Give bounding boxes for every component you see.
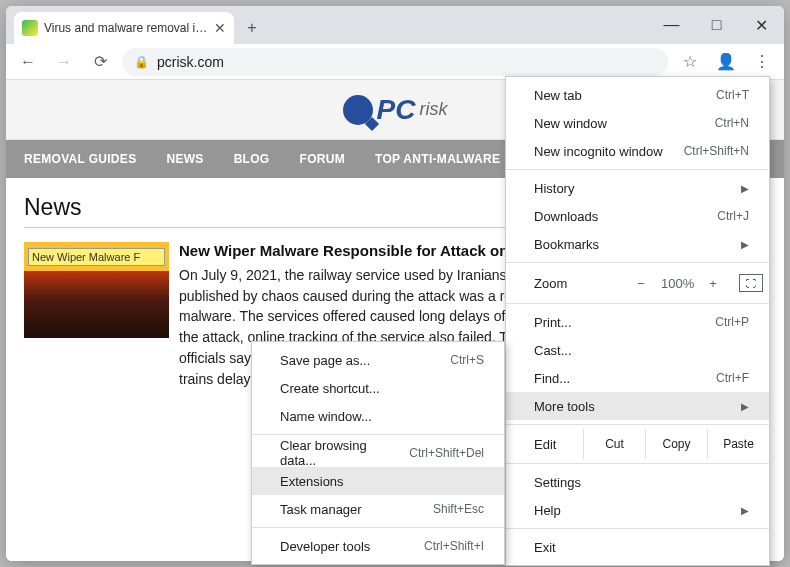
toolbar: ← → ⟳ 🔒 pcrisk.com ☆ 👤 ⋮ bbox=[6, 44, 784, 80]
zoom-out-button[interactable]: − bbox=[625, 276, 657, 291]
nav-removal-guides[interactable]: REMOVAL GUIDES bbox=[24, 152, 136, 166]
zoom-percent: 100% bbox=[661, 276, 693, 291]
menu-settings[interactable]: Settings bbox=[506, 468, 769, 496]
chrome-main-menu: New tabCtrl+T New windowCtrl+N New incog… bbox=[505, 76, 770, 566]
submenu-extensions[interactable]: Extensions bbox=[252, 467, 504, 495]
menu-bookmarks[interactable]: Bookmarks▶ bbox=[506, 230, 769, 258]
nav-forum[interactable]: FORUM bbox=[300, 152, 346, 166]
chevron-right-icon: ▶ bbox=[741, 401, 749, 412]
zoom-label: Zoom bbox=[534, 276, 621, 291]
submenu-name-window[interactable]: Name window... bbox=[252, 402, 504, 430]
cut-button[interactable]: Cut bbox=[583, 429, 645, 459]
lock-icon: 🔒 bbox=[134, 55, 149, 69]
menu-separator bbox=[252, 527, 504, 528]
chevron-right-icon: ▶ bbox=[741, 183, 749, 194]
menu-new-tab[interactable]: New tabCtrl+T bbox=[506, 81, 769, 109]
menu-find[interactable]: Find...Ctrl+F bbox=[506, 364, 769, 392]
forward-button[interactable]: → bbox=[50, 48, 78, 76]
submenu-developer-tools[interactable]: Developer toolsCtrl+Shift+I bbox=[252, 532, 504, 560]
menu-separator bbox=[506, 169, 769, 170]
logo-text-2: risk bbox=[419, 99, 447, 120]
chevron-right-icon: ▶ bbox=[741, 239, 749, 250]
menu-incognito[interactable]: New incognito windowCtrl+Shift+N bbox=[506, 137, 769, 165]
more-tools-submenu: Save page as...Ctrl+S Create shortcut...… bbox=[251, 341, 505, 565]
favicon bbox=[22, 20, 38, 36]
bookmark-star-icon[interactable]: ☆ bbox=[676, 48, 704, 76]
thumbnail-caption: New Wiper Malware F bbox=[28, 248, 165, 266]
maximize-button[interactable]: □ bbox=[694, 6, 739, 44]
menu-print[interactable]: Print...Ctrl+P bbox=[506, 308, 769, 336]
menu-zoom-row: Zoom − 100% + bbox=[506, 267, 769, 299]
site-logo[interactable]: PC risk bbox=[343, 94, 448, 126]
address-bar[interactable]: 🔒 pcrisk.com bbox=[122, 48, 668, 76]
menu-separator bbox=[506, 424, 769, 425]
menu-help[interactable]: Help▶ bbox=[506, 496, 769, 524]
profile-icon[interactable]: 👤 bbox=[712, 48, 740, 76]
menu-edit-row: Edit Cut Copy Paste bbox=[506, 429, 769, 459]
submenu-clear-browsing-data[interactable]: Clear browsing data...Ctrl+Shift+Del bbox=[252, 439, 504, 467]
menu-separator bbox=[506, 262, 769, 263]
magnifier-icon bbox=[343, 95, 373, 125]
edit-label: Edit bbox=[534, 437, 583, 452]
fullscreen-icon[interactable] bbox=[739, 274, 763, 292]
new-tab-button[interactable]: + bbox=[238, 12, 266, 44]
nav-top-antimalware[interactable]: TOP ANTI-MALWARE bbox=[375, 152, 500, 166]
submenu-save-page[interactable]: Save page as...Ctrl+S bbox=[252, 346, 504, 374]
menu-cast[interactable]: Cast... bbox=[506, 336, 769, 364]
tab-title: Virus and malware removal instru bbox=[44, 21, 208, 35]
titlebar: Virus and malware removal instru ✕ + — □… bbox=[6, 6, 784, 44]
chevron-right-icon: ▶ bbox=[741, 505, 749, 516]
menu-separator bbox=[506, 463, 769, 464]
menu-separator bbox=[506, 303, 769, 304]
menu-exit[interactable]: Exit bbox=[506, 533, 769, 561]
nav-blog[interactable]: BLOG bbox=[234, 152, 270, 166]
chrome-menu-button[interactable]: ⋮ bbox=[748, 48, 776, 76]
reload-button[interactable]: ⟳ bbox=[86, 48, 114, 76]
menu-separator bbox=[252, 434, 504, 435]
close-tab-icon[interactable]: ✕ bbox=[214, 20, 226, 36]
menu-downloads[interactable]: DownloadsCtrl+J bbox=[506, 202, 769, 230]
minimize-button[interactable]: — bbox=[649, 6, 694, 44]
zoom-in-button[interactable]: + bbox=[697, 276, 729, 291]
menu-history[interactable]: History▶ bbox=[506, 174, 769, 202]
browser-tab[interactable]: Virus and malware removal instru ✕ bbox=[14, 12, 234, 44]
submenu-task-manager[interactable]: Task managerShift+Esc bbox=[252, 495, 504, 523]
menu-separator bbox=[506, 528, 769, 529]
copy-button[interactable]: Copy bbox=[645, 429, 707, 459]
menu-new-window[interactable]: New windowCtrl+N bbox=[506, 109, 769, 137]
logo-text-1: PC bbox=[377, 94, 416, 126]
back-button[interactable]: ← bbox=[14, 48, 42, 76]
url-text: pcrisk.com bbox=[157, 54, 224, 70]
paste-button[interactable]: Paste bbox=[707, 429, 769, 459]
menu-more-tools[interactable]: More tools▶ bbox=[506, 392, 769, 420]
close-window-button[interactable]: ✕ bbox=[739, 6, 784, 44]
window-controls: — □ ✕ bbox=[649, 6, 784, 44]
submenu-create-shortcut[interactable]: Create shortcut... bbox=[252, 374, 504, 402]
article-thumbnail[interactable]: New Wiper Malware F bbox=[24, 242, 169, 338]
nav-news[interactable]: NEWS bbox=[166, 152, 203, 166]
